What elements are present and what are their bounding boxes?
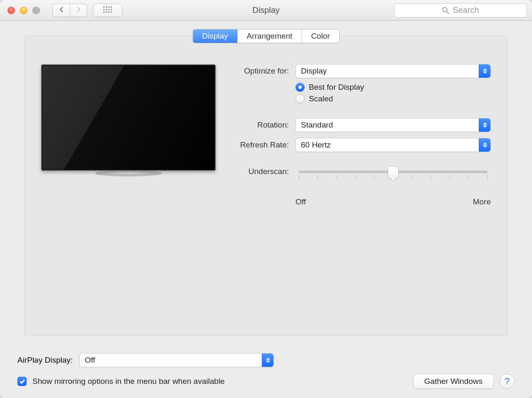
final-row: Show mirroring options in the menu bar w… <box>17 374 515 389</box>
radio-best-label: Best for Display <box>309 83 364 92</box>
chevron-right-icon <box>76 6 81 14</box>
svg-point-11 <box>111 11 112 12</box>
optimize-for-select[interactable]: Display <box>296 64 491 78</box>
optimize-for-value: Display <box>301 66 327 76</box>
radio-scaled-label: Scaled <box>309 94 333 103</box>
rotation-select[interactable]: Standard <box>296 118 491 132</box>
airplay-select[interactable]: Off <box>79 353 274 367</box>
svg-point-6 <box>108 9 109 10</box>
window-title: Display <box>252 5 280 15</box>
tab-display[interactable]: Display <box>193 29 237 43</box>
settings-panel: Optimize for: Display Best for Display <box>24 36 508 336</box>
mirroring-checkbox[interactable] <box>17 377 27 386</box>
slider-max-label: More <box>473 197 491 206</box>
refresh-rate-select[interactable]: 60 Hertz <box>296 138 491 152</box>
monitor-stand-icon <box>95 170 162 176</box>
slider-thumb[interactable] <box>388 166 399 178</box>
radio-button-icon <box>296 94 305 103</box>
gather-windows-button[interactable]: Gather Windows <box>413 374 494 389</box>
underscan-slider[interactable] <box>296 167 491 183</box>
dropdown-caret-icon <box>479 138 490 152</box>
refresh-rate-row: Refresh Rate: 60 Hertz <box>227 137 491 153</box>
spacer <box>227 157 491 163</box>
display-preferences-window: Display Search Display Arrangement Color <box>0 0 532 398</box>
titlebar: Display Search <box>0 0 532 21</box>
show-all-group <box>93 4 122 17</box>
mirroring-checkbox-label: Show mirroring options in the menu bar w… <box>32 377 225 386</box>
svg-point-12 <box>443 7 447 12</box>
back-button[interactable] <box>52 4 70 17</box>
refresh-rate-label: Refresh Rate: <box>227 140 289 150</box>
grid-icon <box>103 6 112 14</box>
svg-point-9 <box>106 11 107 12</box>
search-field[interactable]: Search <box>394 3 527 17</box>
monitor-screen-icon <box>41 64 216 171</box>
minimize-window-button[interactable] <box>20 7 27 14</box>
radio-best-for-display[interactable]: Best for Display <box>296 83 364 92</box>
resolution-radio-group: Best for Display Scaled <box>296 83 364 103</box>
slider-labels: Off More <box>296 197 491 206</box>
show-all-button[interactable] <box>93 4 122 17</box>
airplay-value: Off <box>85 356 95 365</box>
underscan-slider-container: Off More <box>296 167 491 206</box>
search-placeholder: Search <box>453 5 479 15</box>
radio-scaled[interactable]: Scaled <box>296 94 364 103</box>
bottom-controls: AirPlay Display: Off Show mirroring opti… <box>17 353 515 389</box>
help-icon: ? <box>505 376 510 387</box>
svg-point-5 <box>106 9 107 10</box>
airplay-label: AirPlay Display: <box>17 356 73 365</box>
panel-inner: Optimize for: Display Best for Display <box>41 63 491 206</box>
tab-color[interactable]: Color <box>302 29 339 43</box>
underscan-row: Underscan: Off More <box>227 167 491 206</box>
chevron-left-icon <box>59 6 64 14</box>
content-area: Display Arrangement Color Optimize for: … <box>0 21 532 398</box>
slider-min-label: Off <box>296 197 306 206</box>
svg-point-7 <box>111 9 112 10</box>
traffic-lights <box>7 7 40 14</box>
svg-point-0 <box>103 6 104 7</box>
svg-point-1 <box>106 6 107 7</box>
zoom-window-button <box>32 7 40 14</box>
refresh-rate-value: 60 Hertz <box>301 140 331 150</box>
search-icon <box>442 7 449 14</box>
svg-point-2 <box>108 6 109 7</box>
dropdown-caret-icon <box>479 64 490 78</box>
optimize-for-row: Optimize for: Display <box>227 63 491 79</box>
svg-line-13 <box>447 11 449 13</box>
dropdown-caret-icon <box>479 118 490 132</box>
help-button[interactable]: ? <box>500 374 515 389</box>
radio-button-icon <box>296 83 305 92</box>
optimize-for-label: Optimize for: <box>227 66 289 76</box>
underscan-label: Underscan: <box>227 167 289 176</box>
svg-point-4 <box>103 9 104 10</box>
svg-point-3 <box>111 6 112 7</box>
close-window-button[interactable] <box>7 7 15 14</box>
svg-point-10 <box>108 11 109 12</box>
rotation-label: Rotation: <box>227 120 289 130</box>
nav-buttons <box>52 4 87 17</box>
rotation-value: Standard <box>301 120 333 130</box>
forward-button[interactable] <box>70 4 87 17</box>
airplay-row: AirPlay Display: Off <box>17 353 515 367</box>
monitor-illustration <box>41 63 216 206</box>
dropdown-caret-icon <box>262 354 273 367</box>
spacer <box>227 107 491 113</box>
gather-windows-label: Gather Windows <box>424 377 483 386</box>
display-form: Optimize for: Display Best for Display <box>227 63 491 206</box>
resolution-radio-row: Best for Display Scaled <box>227 83 491 103</box>
rotation-row: Rotation: Standard <box>227 117 491 133</box>
tab-arrangement[interactable]: Arrangement <box>238 29 302 43</box>
svg-point-8 <box>103 11 104 12</box>
tab-bar: Display Arrangement Color <box>192 29 340 43</box>
